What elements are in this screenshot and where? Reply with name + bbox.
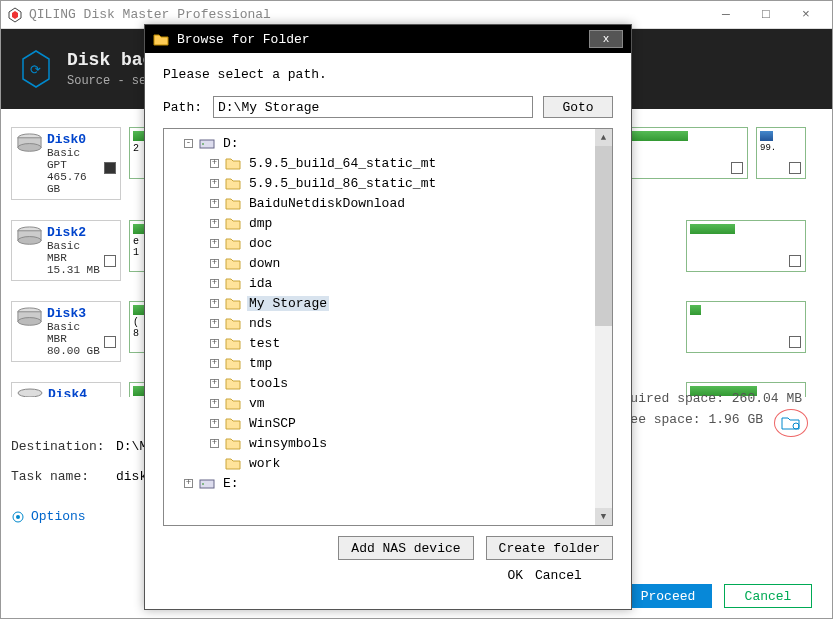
dialog-cancel-button[interactable]: Cancel [535, 568, 613, 583]
options-link[interactable]: Options [11, 509, 86, 524]
folder-icon [225, 256, 241, 270]
expand-icon[interactable]: + [210, 379, 219, 388]
disk-card[interactable]: Disk2 Basic MBR 15.31 MB [11, 220, 121, 281]
dialog-prompt: Please select a path. [163, 67, 613, 82]
tree-node[interactable]: +doc [168, 233, 608, 253]
expand-icon[interactable]: + [210, 199, 219, 208]
tree-node[interactable]: +test [168, 333, 608, 353]
expand-icon[interactable]: + [210, 279, 219, 288]
expand-icon[interactable]: + [210, 399, 219, 408]
svg-point-6 [18, 144, 41, 152]
folder-icon [225, 276, 241, 290]
tree-node[interactable]: +nds [168, 313, 608, 333]
disk-checkbox[interactable] [104, 255, 116, 267]
scroll-up-button[interactable]: ▲ [595, 129, 612, 146]
tree-node-label: test [247, 336, 282, 351]
expand-icon[interactable]: + [210, 419, 219, 428]
tree-node-label: nds [247, 316, 274, 331]
disk-icon [16, 306, 43, 328]
browse-destination-button[interactable] [774, 409, 808, 437]
add-nas-button[interactable]: Add NAS device [338, 536, 473, 560]
folder-tree[interactable]: -D:+5.9.5_build_64_static_mt+5.9.5_build… [163, 128, 613, 526]
disk-size: 80.00 GB [47, 345, 104, 357]
tree-node-label: ida [247, 276, 274, 291]
svg-point-20 [202, 483, 204, 485]
dialog-close-button[interactable]: x [589, 30, 623, 48]
expand-icon[interactable]: + [210, 319, 219, 328]
partition[interactable]: 99. [756, 127, 806, 179]
folder-search-icon [781, 415, 801, 431]
partition[interactable] [686, 301, 806, 353]
scroll-thumb[interactable] [595, 146, 612, 326]
tree-scrollbar[interactable]: ▲ ▼ [595, 129, 612, 525]
form: Destination: D:\My Task name: disk [11, 431, 155, 491]
tree-node[interactable]: +vm [168, 393, 608, 413]
tree-node[interactable]: +5.9.5_build_64_static_mt [168, 153, 608, 173]
partition[interactable] [686, 220, 806, 272]
drive-icon [199, 476, 215, 490]
partition-checkbox[interactable] [789, 162, 801, 174]
scroll-down-button[interactable]: ▼ [595, 508, 612, 525]
cancel-button[interactable]: Cancel [724, 584, 812, 608]
ok-button[interactable]: OK [507, 568, 523, 583]
tree-node[interactable]: +BaiduNetdiskDownload [168, 193, 608, 213]
drive-icon [199, 136, 215, 150]
destination-label: Destination: [11, 439, 116, 454]
tree-node[interactable]: +My Storage [168, 293, 608, 313]
create-folder-button[interactable]: Create folder [486, 536, 613, 560]
tree-node[interactable]: -D: [168, 133, 608, 153]
expand-icon[interactable]: + [210, 239, 219, 248]
folder-icon [225, 436, 241, 450]
folder-icon [225, 376, 241, 390]
proceed-button[interactable]: Proceed [624, 584, 712, 608]
required-space-label: uired space: [630, 391, 724, 406]
path-label: Path: [163, 100, 213, 115]
tree-node[interactable]: +tools [168, 373, 608, 393]
disk-checkbox[interactable] [104, 336, 116, 348]
disk-checkbox[interactable] [104, 162, 116, 174]
partition[interactable] [628, 127, 748, 179]
disk-type: Basic GPT [47, 147, 104, 171]
disk-name: Disk4 [48, 387, 87, 397]
partition-checkbox[interactable] [731, 162, 743, 174]
expand-icon[interactable]: + [210, 299, 219, 308]
expand-icon[interactable]: + [210, 179, 219, 188]
close-window-button[interactable]: × [786, 2, 826, 28]
tree-node[interactable]: work [168, 453, 608, 473]
tree-node-label: tools [247, 376, 290, 391]
expand-icon[interactable]: + [210, 439, 219, 448]
tree-node-label: winsymbols [247, 436, 329, 451]
svg-point-18 [202, 143, 204, 145]
partition-checkbox[interactable] [789, 255, 801, 267]
tree-node[interactable]: +down [168, 253, 608, 273]
expand-icon[interactable]: + [184, 479, 193, 488]
partition-checkbox[interactable] [789, 336, 801, 348]
expand-icon[interactable]: + [210, 359, 219, 368]
tree-node-label: My Storage [247, 296, 329, 311]
tree-node-label: tmp [247, 356, 274, 371]
disk-name: Disk0 [47, 132, 104, 147]
expand-icon[interactable]: + [210, 219, 219, 228]
tree-node[interactable]: +WinSCP [168, 413, 608, 433]
app-title: QILING Disk Master Professional [29, 7, 706, 22]
tree-node[interactable]: +dmp [168, 213, 608, 233]
tree-node[interactable]: +5.9.5_build_86_static_mt [168, 173, 608, 193]
tree-node[interactable]: +tmp [168, 353, 608, 373]
tree-node[interactable]: +ida [168, 273, 608, 293]
path-input[interactable] [213, 96, 533, 118]
disk-card[interactable]: Disk3 Basic MBR 80.00 GB [11, 301, 121, 362]
folder-icon [225, 456, 241, 470]
disk-card[interactable]: Disk4 [11, 382, 121, 397]
expand-icon[interactable]: + [210, 259, 219, 268]
expand-icon[interactable]: + [210, 339, 219, 348]
options-label: Options [31, 509, 86, 524]
tree-node[interactable]: +E: [168, 473, 608, 493]
collapse-icon[interactable]: - [184, 139, 193, 148]
maximize-button[interactable]: □ [746, 2, 786, 28]
expand-icon[interactable]: + [210, 159, 219, 168]
tree-node-label: down [247, 256, 282, 271]
goto-button[interactable]: Goto [543, 96, 613, 118]
tree-node[interactable]: +winsymbols [168, 433, 608, 453]
disk-card[interactable]: Disk0 Basic GPT 465.76 GB [11, 127, 121, 200]
minimize-button[interactable]: — [706, 2, 746, 28]
